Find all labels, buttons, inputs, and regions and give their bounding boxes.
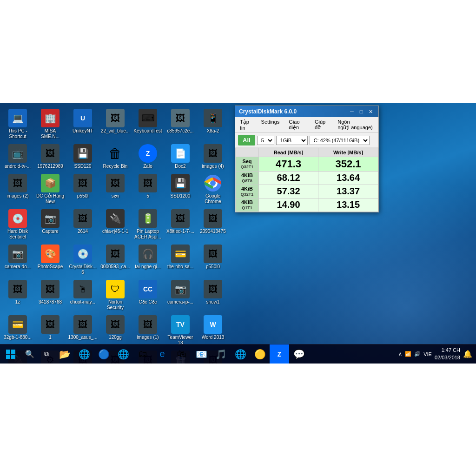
icon-capture[interactable]: 📷 Capture [34, 207, 66, 242]
tray-volume[interactable]: 🔊 [414, 351, 421, 357]
icon-chia-rj45[interactable]: 🔌 chia-rj45-1-1 [99, 207, 131, 242]
taskbar-zalo[interactable]: Z [270, 344, 289, 364]
taskbar-icon-13[interactable]: 💬 [289, 344, 309, 364]
icon-p550l[interactable]: 🖼 p550l [67, 172, 99, 206]
icon-120gg[interactable]: 🖼 120gg [99, 313, 131, 348]
notification-button[interactable]: 🔔 [463, 350, 472, 358]
icon-pin-laptop[interactable]: 🔋 Pin Laptop ACER Aspi... [132, 207, 164, 242]
icon-label: Recycle Bin [103, 164, 128, 169]
icon-22wd[interactable]: 🖼 22_wd_blue... [99, 107, 131, 141]
icon-teamviewer[interactable]: TV TeamViewer 13 [165, 313, 196, 348]
icon-misa[interactable]: 🏢 MISA SME.N... [34, 107, 66, 141]
icon-images2[interactable]: 🖼 images (2) [2, 172, 33, 206]
icon-2614[interactable]: 🖼 2614 [67, 207, 99, 242]
taskbar-file-explorer[interactable]: 📂 [55, 344, 74, 364]
taskbar-icon-11[interactable]: 🟡 [250, 344, 270, 364]
icon-coc-coc[interactable]: CC Cốc Cốc [132, 278, 164, 312]
icon-word2013[interactable]: W Word 2013 [197, 313, 229, 348]
seq-write-value: 352.1 [318, 157, 378, 172]
icon-label: 32gb-1-880... [4, 335, 32, 340]
icon-c85957[interactable]: 🖼 c85957c2e... [165, 107, 196, 141]
start-button[interactable] [0, 344, 21, 364]
icon-crystaldisk[interactable]: 💿 CrystalDisk... 6 [67, 243, 99, 277]
tray-chevron[interactable]: ∧ [398, 351, 402, 357]
close-button[interactable]: ✕ [366, 108, 375, 115]
minimize-button[interactable]: ─ [348, 108, 356, 115]
icon-this-pc[interactable]: 💻 This PC - Shortcut [2, 107, 33, 141]
icon-1976[interactable]: 🖼 1976212989 [34, 142, 66, 171]
4kib-q8t8-read-value: 68.12 [259, 172, 318, 185]
menu-settings[interactable]: Settings [258, 118, 283, 132]
icon-recycle-bin[interactable]: 🗑 Recycle Bin [99, 142, 131, 171]
icon-photoscape[interactable]: 🎨 PhotoScape [34, 243, 66, 277]
icon-label: p550l [77, 193, 88, 199]
icon-chuot[interactable]: 🖱 chuot-may... [67, 278, 99, 312]
menu-tap-tin[interactable]: Tập tin [237, 118, 255, 132]
icon-1-img[interactable]: 🖼 1 [34, 313, 66, 348]
4kib-q8t8-write-value: 13.64 [318, 172, 378, 185]
menu-language[interactable]: Ngôn ngữ(Language) [335, 118, 377, 132]
icon-341878768[interactable]: 🖼 341878768 [34, 278, 66, 312]
taskbar-icon-5[interactable]: 🗂 [133, 344, 152, 364]
icon-chrome[interactable]: Google Chrome [197, 172, 229, 206]
icon-ssd120[interactable]: 💾 SSD120 [67, 142, 99, 171]
icon-x8itled[interactable]: 🖼 X8itled-1-7-... [165, 207, 196, 242]
icon-label: chuot-may... [70, 299, 95, 305]
icon-zalo[interactable]: Z Zalo [132, 142, 164, 171]
icon-label: the-nho-sa... [167, 264, 193, 270]
taskbar-edge[interactable]: e [152, 344, 172, 364]
icon-norton[interactable]: 🛡 Norton Security [99, 278, 131, 312]
taskbar-cortana[interactable]: 🌐 [74, 344, 94, 364]
taskbar-icon-9[interactable]: 🎵 [211, 344, 231, 364]
task-view-button[interactable]: ⧉ [38, 344, 55, 364]
icon-unikeynt[interactable]: U UnikeyNT [67, 107, 99, 141]
icon-the-nho[interactable]: 💳 the-nho-sa... [165, 243, 196, 277]
4kib-q32t1-read-value: 57.32 [259, 185, 318, 198]
cdm-menubar: Tập tin Settings Giao diện Giúp đỡ Ngôn … [235, 117, 378, 133]
search-button[interactable]: 🔍 [21, 344, 38, 364]
taskbar-chrome[interactable]: 🌐 [113, 344, 133, 364]
language-indicator[interactable]: VIE [423, 351, 432, 357]
menu-giup-do[interactable]: Giúp đỡ [312, 118, 331, 132]
icon-dc-gui-hang[interactable]: 📦 DC Gửi Hàng New [34, 172, 66, 206]
menu-giao-dien[interactable]: Giao diện [286, 118, 308, 132]
icon-tai-nghe[interactable]: 🎧 tai-nghe-qi... [132, 243, 164, 277]
icon-camera-do[interactable]: 📷 camera-do... [2, 243, 33, 277]
icon-show1[interactable]: 🖼 show1 [197, 278, 229, 312]
icon-label: Google Chrome [198, 193, 228, 205]
cdm-titlebar[interactable]: CrystalDiskMark 6.0.0 ─ □ ✕ [235, 106, 378, 117]
icon-camera-ip[interactable]: 📷 camera-ip-... [165, 278, 196, 312]
taskbar-chrome2[interactable]: 🌐 [231, 344, 250, 364]
taskbar-store[interactable]: 🛍 [172, 344, 192, 364]
icon-keyboard[interactable]: ⌨ KeyboardTest [132, 107, 164, 141]
icon-1300asus[interactable]: 🖼 1300_asus_... [67, 313, 99, 348]
icon-label: camera-do... [5, 264, 31, 270]
icon-hdd-sentinel[interactable]: 💿 Hard Disk Sentinel [2, 207, 33, 242]
all-button[interactable]: All [238, 135, 255, 145]
icon-0000593[interactable]: 🖼 0000593_ca... [99, 243, 131, 277]
icon-images1[interactable]: 🖼 images (1) [132, 313, 164, 348]
taskbar-icon-3[interactable]: 🔵 [94, 344, 113, 364]
icon-images4[interactable]: 🖼 images (4) [197, 142, 229, 171]
icon-label: DC Gửi Hàng New [35, 193, 65, 205]
clock[interactable]: 1:47 CH 02/03/2018 [435, 347, 460, 361]
taskbar-mail[interactable]: 📧 [192, 344, 211, 364]
count-select[interactable]: 5 1 3 [257, 136, 274, 145]
icon-p550l0[interactable]: 🖼 p550l0 [197, 243, 229, 277]
icon-doc2[interactable]: 📄 Doc2 [165, 142, 196, 171]
icon-android[interactable]: 📺 android-tv-... [2, 142, 33, 171]
icon-5[interactable]: 🖼 5 [132, 172, 164, 206]
4kib-q1t1-write-value: 13.15 [318, 198, 378, 212]
icon-32gb[interactable]: 💳 32gb-1-880... [2, 313, 33, 348]
icon-2090[interactable]: 🖼 2090413475 [197, 207, 229, 242]
icon-label: X8itled-1-7-... [166, 229, 194, 234]
icon-x8a2[interactable]: 📱 X8a-2 [197, 107, 229, 141]
icon-ssd1200[interactable]: 💾 SSD1200 [165, 172, 196, 206]
icon-1z[interactable]: 🖼 1z [2, 278, 33, 312]
maximize-button[interactable]: □ [357, 108, 365, 115]
icon-son[interactable]: 🖼 sơn [99, 172, 131, 206]
svg-point-2 [210, 180, 216, 186]
size-select[interactable]: 1GiB 512MiB [276, 136, 308, 145]
drive-select[interactable]: C: 42% (47/111GiB) [310, 136, 370, 145]
tray-network[interactable]: 📶 [405, 351, 411, 357]
